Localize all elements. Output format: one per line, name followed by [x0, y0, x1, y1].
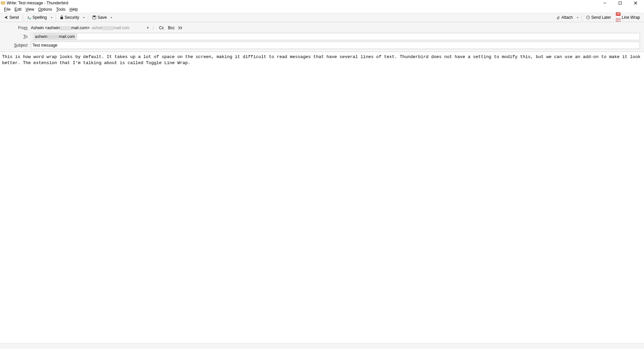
menu-view[interactable]: View	[23, 7, 36, 12]
send-button[interactable]: Send	[2, 13, 21, 21]
status-bar	[0, 343, 644, 349]
toolbar-separator	[88, 14, 88, 20]
subject-field[interactable]	[31, 42, 640, 49]
send-label: Send	[9, 15, 19, 20]
svg-rect-2	[619, 2, 622, 4]
attach-button[interactable]: Attach	[554, 13, 575, 21]
from-row: From Ashwin <ashwinmail.com> ashwimail.c…	[0, 23, 644, 32]
security-label: Security	[65, 15, 79, 20]
menu-options[interactable]: Options	[36, 7, 54, 12]
from-display: Ashwin <ashwinmail.com>	[31, 26, 90, 30]
title-bar: Write: Test message - Thunderbird	[0, 0, 644, 6]
security-dropdown[interactable]: ▾	[82, 13, 86, 21]
minimize-button[interactable]	[597, 0, 612, 6]
menu-file[interactable]: File	[2, 7, 12, 12]
line-wrap-label: Line Wrap	[622, 15, 640, 20]
save-button[interactable]: Save	[90, 13, 109, 21]
save-icon	[92, 15, 96, 19]
svg-rect-6	[60, 17, 63, 19]
save-dropdown[interactable]: ▾	[109, 13, 113, 21]
expand-recipients-icon[interactable]	[177, 26, 184, 30]
menu-bar: File Edit View Options Tools Help	[0, 6, 644, 13]
spelling-label: Spelling	[33, 15, 47, 20]
paperclip-icon	[556, 15, 560, 20]
spelling-dropdown[interactable]: ▾	[50, 13, 54, 21]
to-label: To	[2, 34, 31, 39]
from-label: From	[2, 26, 31, 30]
svg-rect-10	[616, 18, 620, 21]
spelling-button[interactable]: A Spelling	[25, 13, 49, 21]
app-icon	[1, 1, 5, 5]
line-wrap-icon: off	[616, 13, 621, 22]
window-title: Write: Test message - Thunderbird	[7, 1, 68, 5]
separator: |	[153, 26, 154, 30]
send-icon	[4, 15, 8, 19]
attach-dropdown[interactable]: ▾	[576, 13, 580, 21]
close-button[interactable]	[628, 0, 643, 6]
message-headers: From Ashwin <ashwinmail.com> ashwimail.c…	[0, 22, 644, 52]
maximize-button[interactable]	[612, 0, 628, 6]
menu-help[interactable]: Help	[67, 7, 80, 12]
menu-edit[interactable]: Edit	[12, 7, 23, 12]
toolbar-separator	[23, 14, 23, 20]
to-field[interactable]: ashwinmail.com	[31, 33, 640, 40]
to-row: To ashwinmail.com	[0, 32, 644, 41]
security-button[interactable]: Security	[58, 13, 81, 21]
send-later-button[interactable]: Send Later	[584, 13, 613, 21]
bcc-button[interactable]: Bcc	[166, 26, 177, 30]
subject-label: Subject	[2, 43, 31, 48]
toolbar: Send A Spelling ▾ Security ▾ Save ▾ Atta…	[0, 13, 644, 22]
recipient-pill[interactable]: ashwinmail.com	[33, 34, 77, 40]
clock-icon	[586, 15, 590, 19]
send-later-label: Send Later	[591, 15, 611, 20]
from-account: ashwimail.com	[92, 26, 129, 30]
toolbar-separator	[56, 14, 56, 20]
lock-icon	[60, 15, 63, 19]
svg-rect-8	[93, 16, 95, 17]
cc-button[interactable]: Cc	[157, 26, 166, 30]
menu-tools[interactable]: Tools	[54, 7, 67, 12]
line-wrap-badge: off	[616, 12, 621, 16]
subject-row: Subject	[0, 41, 644, 50]
from-dropdown-icon[interactable]: ▼	[146, 26, 149, 30]
save-label: Save	[98, 15, 107, 20]
line-wrap-button[interactable]: off Line Wrap	[614, 13, 642, 21]
toolbar-separator	[582, 14, 582, 20]
spelling-icon: A	[27, 15, 31, 19]
message-body[interactable]: This is how word wrap looks by default. …	[0, 52, 644, 68]
from-value[interactable]: Ashwin <ashwinmail.com> ashwimail.com ▼	[31, 26, 149, 30]
attach-label: Attach	[561, 15, 573, 20]
subject-input[interactable]	[33, 43, 638, 48]
